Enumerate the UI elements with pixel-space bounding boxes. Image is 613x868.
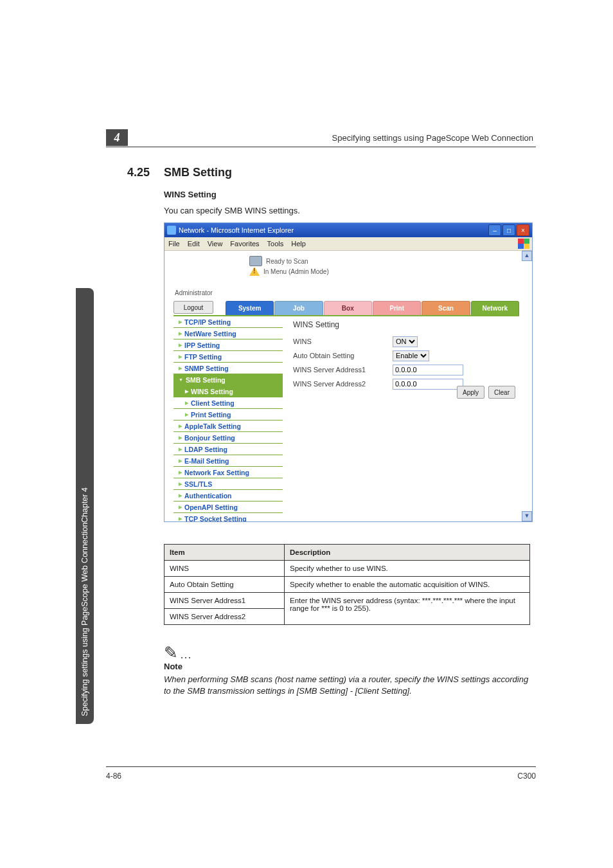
close-button[interactable]: ×	[517, 224, 529, 236]
nav-email[interactable]: E-Mail Setting	[173, 455, 283, 467]
scroll-down-button[interactable]: ▼	[522, 511, 532, 521]
table-row: WINS Specify whether to use WINS.	[164, 561, 530, 577]
nav-ssltls[interactable]: SSL/TLS	[173, 478, 283, 490]
nav-panel: TCP/IP Setting NetWare Setting IPP Setti…	[173, 316, 283, 521]
nav-ftp[interactable]: FTP Setting	[173, 351, 283, 363]
warn-icon	[249, 267, 260, 276]
status-mode: In Menu (Admin Mode)	[263, 268, 329, 275]
td-desc: Enter the WINS server address (syntax: *…	[285, 593, 530, 625]
td-desc: Specify whether to use WINS.	[285, 561, 530, 577]
nav-ipp[interactable]: IPP Setting	[173, 339, 283, 351]
nav-ldap[interactable]: LDAP Setting	[173, 444, 283, 455]
addr1-label: WINS Server Address1	[293, 366, 393, 374]
settings-panel: WINS Setting WINS ON Auto Obtain Setting…	[293, 320, 515, 391]
menu-favorites[interactable]: Favorites	[230, 240, 259, 248]
subsection-text: You can specify SMB WINS settings.	[164, 206, 300, 215]
chapter-tab: 4	[106, 129, 128, 146]
wins-label: WINS	[293, 338, 393, 345]
subsection-title: WINS Setting	[164, 190, 217, 199]
logout-button[interactable]: Logout	[173, 301, 213, 314]
td-item: WINS Server Address2	[164, 609, 285, 625]
tab-print[interactable]: Print	[373, 301, 421, 315]
nav-netfax[interactable]: Network Fax Setting	[173, 467, 283, 478]
windows-flag-icon	[518, 239, 529, 249]
auto-obtain-label: Auto Obtain Setting	[293, 352, 393, 359]
maximize-button[interactable]: □	[502, 224, 515, 236]
nav-netware[interactable]: NetWare Setting	[173, 328, 283, 339]
addr2-label: WINS Server Address2	[293, 380, 393, 388]
printer-icon	[249, 256, 262, 266]
scroll-up-button[interactable]: ▲	[522, 251, 532, 261]
tab-box[interactable]: Box	[324, 301, 372, 315]
apply-button[interactable]: Apply	[457, 386, 484, 399]
footer-rule	[106, 766, 536, 767]
nav-bonjour[interactable]: Bonjour Setting	[173, 432, 283, 444]
admin-label: Administrator	[175, 289, 213, 296]
screenshot-window: Network - Microsoft Internet Explorer – …	[164, 222, 533, 522]
minimize-button[interactable]: –	[488, 224, 501, 236]
nav-smb[interactable]: SMB Setting	[173, 374, 283, 386]
nav-snmp[interactable]: SNMP Setting	[173, 363, 283, 374]
section-number: 4.25	[127, 166, 150, 179]
addr1-input[interactable]	[393, 365, 463, 375]
td-item: Auto Obtain Setting	[164, 577, 285, 593]
nav-wins[interactable]: WINS Setting	[173, 386, 283, 397]
nav-print-setting[interactable]: Print Setting	[173, 409, 283, 420]
nav-tcpsocket[interactable]: TCP Socket Setting	[173, 513, 283, 521]
th-item: Item	[164, 545, 285, 561]
section-title: SMB Setting	[164, 166, 232, 179]
running-head: Specifying settings using PageScope Web …	[128, 133, 536, 143]
nav-tcpip[interactable]: TCP/IP Setting	[173, 316, 283, 328]
nav-auth[interactable]: Authentication	[173, 490, 283, 502]
menu-view[interactable]: View	[208, 240, 223, 248]
note-label: Note	[164, 662, 182, 671]
window-title: Network - Microsoft Internet Explorer	[179, 226, 294, 234]
addr2-input[interactable]	[393, 379, 463, 390]
th-desc: Description	[285, 545, 530, 561]
footer-model: C300	[517, 772, 536, 781]
wins-select[interactable]: ON	[393, 336, 418, 347]
table-row: WINS Server Address1 Enter the WINS serv…	[164, 593, 530, 609]
menu-file[interactable]: File	[168, 240, 180, 248]
side-tab-text: Specifying settings using PageScope Web …	[80, 523, 89, 716]
device-status: Ready to Scan In Menu (Admin Mode)	[249, 256, 329, 276]
nav-openapi[interactable]: OpenAPI Setting	[173, 502, 283, 513]
side-tab-chapter: Chapter 4	[80, 487, 89, 523]
auto-obtain-select[interactable]: Enable	[393, 350, 429, 361]
side-tab: Specifying settings using PageScope Web …	[76, 288, 94, 724]
status-ready: Ready to Scan	[266, 258, 308, 265]
nav-client[interactable]: Client Setting	[173, 397, 283, 409]
td-item: WINS	[164, 561, 285, 577]
tab-scan[interactable]: Scan	[422, 301, 470, 315]
note-icon: ✎...	[164, 643, 192, 663]
ie-icon	[167, 226, 176, 235]
menu-tools[interactable]: Tools	[267, 240, 284, 248]
nav-appletalk[interactable]: AppleTalk Setting	[173, 420, 283, 432]
panel-title: WINS Setting	[293, 320, 515, 329]
td-item: WINS Server Address1	[164, 593, 285, 609]
menu-help[interactable]: Help	[291, 240, 306, 248]
description-table: Item Description WINS Specify whether to…	[164, 544, 530, 625]
tab-system[interactable]: System	[226, 301, 274, 315]
tab-network[interactable]: Network	[471, 301, 519, 315]
titlebar: Network - Microsoft Internet Explorer – …	[164, 223, 532, 237]
note-body: When performing SMB scans (host name set…	[164, 674, 536, 696]
header-rule	[106, 147, 536, 147]
tab-job[interactable]: Job	[274, 301, 323, 315]
td-desc: Specify whether to enable the automatic …	[285, 577, 530, 593]
footer-page: 4-86	[106, 772, 121, 781]
clear-button[interactable]: Clear	[488, 386, 515, 399]
table-row: Auto Obtain Setting Specify whether to e…	[164, 577, 530, 593]
menubar: File Edit View Favorites Tools Help	[164, 237, 532, 250]
tabs-row: Logout System Job Box Print Scan Network	[173, 301, 519, 316]
menu-edit[interactable]: Edit	[188, 240, 200, 248]
